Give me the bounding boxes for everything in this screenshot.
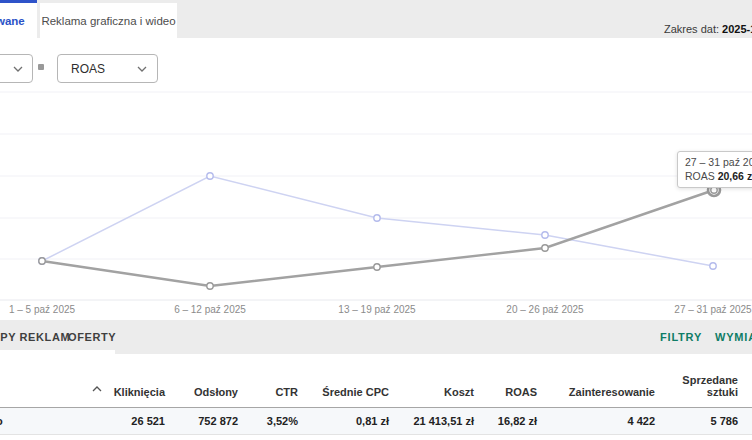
table-cell-3: 3,52% bbox=[238, 415, 298, 427]
selected-metric: ROAS bbox=[71, 62, 105, 76]
tab-label: OFERTY bbox=[68, 331, 116, 343]
x-axis-label: 27 – 31 paź 2025 bbox=[658, 304, 752, 315]
table-row[interactable]: o 26 521752 8723,52%0,81 zł21 413,51 zł1… bbox=[0, 408, 752, 435]
ads-dashboard: Sponsorowane Reklama graficzna i wideo Z… bbox=[0, 0, 752, 440]
tab-sponsorowane[interactable]: Sponsorowane bbox=[0, 0, 37, 38]
chevron-down-icon bbox=[137, 66, 147, 72]
column-header-6[interactable]: ROAS bbox=[474, 386, 537, 398]
table-header-first-column bbox=[0, 354, 105, 398]
chevron-down-icon bbox=[13, 66, 23, 72]
table-header-cells: KliknięciaOdsłonyCTRŚrednie CPCKosztROAS… bbox=[105, 374, 738, 398]
tab-reklama-graficzna-i-wideo[interactable]: Reklama graficzna i wideo bbox=[40, 3, 177, 38]
column-header-4[interactable]: Średnie CPC bbox=[298, 386, 389, 398]
tab-oferty[interactable]: OFERTY bbox=[68, 320, 116, 354]
dimensions-button[interactable]: WYMIARY bbox=[715, 320, 752, 354]
table-cell-5: 21 413,51 zł bbox=[389, 415, 474, 427]
metric-select-roas[interactable]: ROAS bbox=[57, 54, 158, 83]
table-cell-2: 752 872 bbox=[165, 415, 238, 427]
metric-select-left[interactable] bbox=[0, 54, 33, 83]
tooltip-metric: ROAS bbox=[685, 170, 715, 182]
tooltip-date: 27 – 31 paź 2025 bbox=[685, 156, 752, 170]
top-tab-bar: Sponsorowane Reklama graficzna i wideo Z… bbox=[0, 0, 752, 38]
column-header-2[interactable]: Odsłony bbox=[165, 386, 238, 398]
column-header-3[interactable]: CTR bbox=[238, 386, 298, 398]
column-header-8[interactable]: Sprzedane sztuki bbox=[655, 374, 738, 398]
table-row-cells: 26 521752 8723,52%0,81 zł21 413,51 zł16,… bbox=[105, 415, 738, 427]
x-axis-label: 20 – 26 paź 2025 bbox=[490, 304, 600, 315]
x-axis-label: 13 – 19 paź 2025 bbox=[322, 304, 432, 315]
table-cell-7: 4 422 bbox=[537, 415, 655, 427]
tab-label: Reklama graficzna i wideo bbox=[41, 15, 175, 27]
column-header-1[interactable]: Kliknięcia bbox=[105, 386, 165, 398]
table-cell-1: 26 521 bbox=[105, 415, 165, 427]
chart-svg bbox=[0, 90, 752, 320]
chevron-up-icon[interactable] bbox=[92, 379, 102, 397]
table-tab-bar: GRUPY REKLAM OFERTY FILTRY WYMIARY bbox=[0, 320, 752, 354]
date-range: Zakres dat: 2025-1 bbox=[664, 23, 752, 35]
column-header-5[interactable]: Koszt bbox=[389, 386, 474, 398]
tab-label: Sponsorowane bbox=[0, 15, 25, 27]
table-cell-4: 0,81 zł bbox=[298, 415, 389, 427]
table-cell-8: 5 786 bbox=[655, 415, 738, 427]
column-header-7[interactable]: Zainteresowanie bbox=[537, 386, 655, 398]
x-axis-label: 1 – 5 paź 2025 bbox=[0, 304, 97, 315]
tooltip-value: 20,66 zł bbox=[718, 170, 752, 182]
chart-tooltip: 27 – 31 paź 2025 ROAS 20,66 zł bbox=[677, 151, 752, 188]
metric-controls: ROAS bbox=[0, 38, 752, 90]
date-range-value: 2025-1 bbox=[722, 23, 752, 35]
row-label-clipped: o bbox=[0, 408, 105, 434]
tab-grupy-reklam[interactable]: GRUPY REKLAM bbox=[0, 320, 70, 354]
table-cell-6: 16,82 zł bbox=[474, 415, 537, 427]
tab-label: GRUPY REKLAM bbox=[0, 331, 70, 343]
date-range-label: Zakres dat: bbox=[664, 23, 719, 35]
square-bullet-icon bbox=[38, 64, 44, 70]
chart: 1 – 5 paź 20256 – 12 paź 202513 – 19 paź… bbox=[0, 90, 752, 320]
filters-button[interactable]: FILTRY bbox=[660, 320, 702, 354]
table-header: KliknięciaOdsłonyCTRŚrednie CPCKosztROAS… bbox=[0, 354, 752, 408]
x-axis-label: 6 – 12 paź 2025 bbox=[155, 304, 265, 315]
